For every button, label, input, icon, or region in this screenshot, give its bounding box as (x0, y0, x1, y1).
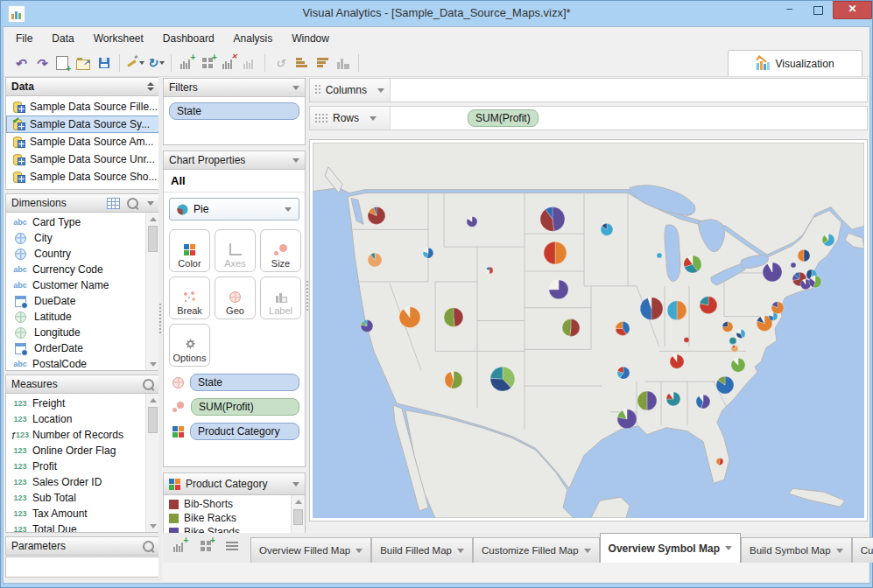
columns-shelf-label[interactable]: Columns (310, 79, 391, 102)
menu-item-window[interactable]: Window (292, 32, 329, 45)
field-item[interactable]: 123Sub Total (6, 490, 146, 506)
worksheet-tab-customize-symbol-map[interactable]: Customize Symbol Map (852, 537, 873, 563)
field-item[interactable]: Longitude (6, 325, 146, 340)
chevron-down-icon[interactable] (370, 116, 377, 121)
search-icon[interactable] (143, 541, 154, 552)
visualization-gallery-button[interactable] (240, 53, 259, 73)
field-item[interactable]: Country (6, 246, 146, 262)
data-source-item[interactable]: Sample Data Source Unr... (6, 150, 159, 168)
symbol-map[interactable] (313, 143, 864, 518)
chevron-down-icon[interactable] (725, 546, 732, 550)
sort-updown-icon[interactable] (147, 82, 154, 91)
new-worksheet-button[interactable] (170, 536, 189, 556)
field-item[interactable]: 123Tax Amount (6, 506, 146, 522)
minimize-button[interactable]: – (775, 1, 804, 19)
chevron-down-icon[interactable] (457, 549, 464, 553)
add-visualization-button[interactable] (177, 53, 196, 73)
field-item[interactable]: abcCustomer Name (6, 277, 146, 293)
scroll-down-icon[interactable] (146, 358, 159, 370)
new-document-button[interactable] (53, 53, 72, 73)
measures-header[interactable]: Measures (5, 374, 160, 394)
pie-slice-NH[interactable] (791, 262, 796, 268)
field-item[interactable]: Latitude (6, 309, 146, 325)
close-button[interactable]: ✕ (833, 1, 872, 19)
table-view-icon[interactable] (107, 198, 120, 209)
field-item[interactable]: 123Total Due (6, 522, 146, 533)
size-button[interactable]: Size (260, 229, 301, 272)
new-dashboard-button[interactable] (196, 536, 215, 556)
legend-header[interactable]: Product Category (164, 473, 305, 495)
refresh-data-button[interactable]: ↻ (146, 53, 165, 73)
visualization-tab[interactable]: Visualization (728, 50, 862, 76)
undo-button[interactable]: ↶ (11, 53, 30, 73)
save-button[interactable] (95, 53, 114, 73)
data-panel-header[interactable]: Data (5, 77, 160, 96)
rows-shelf[interactable]: Rows SUM(Profit) (309, 106, 868, 130)
geo-chip[interactable]: State (190, 374, 299, 391)
chevron-down-icon[interactable] (356, 549, 363, 553)
scroll-down-icon[interactable] (146, 520, 159, 532)
pie-slice-VA2[interactable] (729, 337, 736, 344)
rotate-axes-button[interactable]: ↺ (271, 53, 290, 73)
data-tools-button[interactable] (125, 53, 144, 73)
worksheet-tab-customize-filled-map[interactable]: Customize Filled Map (473, 537, 600, 563)
geo-button[interactable]: Geo (215, 276, 256, 319)
chevron-down-icon[interactable] (292, 482, 299, 486)
scroll-up-icon[interactable] (146, 394, 159, 406)
data-source-item[interactable]: Sample Data Source Am... (6, 133, 159, 150)
menu-item-dashboard[interactable]: Dashboard (163, 32, 215, 45)
size-chip[interactable]: SUM(Profit) (191, 398, 299, 416)
worksheet-list-button[interactable] (222, 536, 242, 556)
field-item[interactable]: 123Online Order Flag (6, 443, 146, 458)
data-source-item[interactable]: ✔Sample Data Source Sy... (6, 116, 159, 133)
chart-type-select[interactable]: Pie (169, 198, 299, 220)
worksheet-tab-overview-filled-map[interactable]: Overview Filled Map (250, 537, 371, 563)
scroll-thumb[interactable] (148, 407, 158, 433)
field-item[interactable]: abcCurrency Code (6, 262, 146, 277)
dimensions-scrollbar[interactable] (145, 213, 159, 370)
field-item[interactable]: abcPostalCode (6, 356, 146, 371)
field-item[interactable]: 123Profit (6, 458, 146, 474)
options-button[interactable]: Options (169, 324, 210, 367)
pie-slice-WI[interactable] (657, 253, 662, 258)
sort-ascending-button[interactable] (292, 53, 311, 73)
chevron-down-icon[interactable] (584, 549, 591, 553)
field-item[interactable]: City (6, 230, 146, 246)
remove-visualization-button[interactable] (219, 53, 238, 73)
measures-scrollbar[interactable] (145, 394, 159, 532)
sort-descending-button[interactable] (313, 53, 332, 73)
add-dashboard-button[interactable] (198, 53, 217, 73)
chevron-down-icon[interactable] (292, 158, 299, 163)
scroll-thumb[interactable] (148, 226, 158, 252)
search-icon[interactable] (143, 379, 154, 390)
field-item[interactable]: 123Number of Records (6, 427, 146, 443)
columns-shelf[interactable]: Columns (309, 78, 868, 102)
chevron-down-icon[interactable] (836, 549, 843, 553)
chevron-down-icon[interactable] (292, 86, 299, 90)
color-chip[interactable]: Product Category (190, 423, 299, 440)
legend-item[interactable]: Bib-Shorts (164, 497, 292, 511)
open-document-button[interactable] (74, 53, 93, 73)
chart-properties-header[interactable]: Chart Properties (164, 151, 305, 170)
legend-item[interactable]: Bike Racks (164, 511, 292, 525)
scroll-up-icon[interactable] (292, 495, 305, 508)
rows-chip-sum-profit[interactable]: SUM(Profit) (468, 109, 539, 127)
field-item[interactable]: 123Freight (6, 396, 146, 411)
scroll-up-icon[interactable] (146, 213, 159, 225)
rows-shelf-label[interactable]: Rows (310, 107, 391, 130)
chevron-down-icon[interactable] (147, 201, 154, 206)
data-source-item[interactable]: Sample Data Source Fille... (6, 98, 159, 116)
break-button[interactable]: Break (169, 276, 210, 319)
maximize-button[interactable] (804, 1, 833, 19)
menu-item-data[interactable]: Data (52, 32, 74, 45)
panel-splitter[interactable] (158, 77, 162, 581)
worksheet-tab-build-filled-map[interactable]: Build Filled Map (371, 537, 473, 563)
menu-item-file[interactable]: File (16, 32, 32, 45)
worksheet-tab-build-symbol-map[interactable]: Build Symbol Map (741, 537, 852, 563)
field-item[interactable]: abcCard Type (6, 214, 146, 230)
dimensions-header[interactable]: Dimensions (5, 193, 160, 213)
menu-item-worksheet[interactable]: Worksheet (94, 32, 144, 45)
color-button[interactable]: Color (169, 229, 210, 272)
scroll-thumb[interactable] (293, 509, 303, 525)
filters-header[interactable]: Filters (164, 79, 305, 97)
